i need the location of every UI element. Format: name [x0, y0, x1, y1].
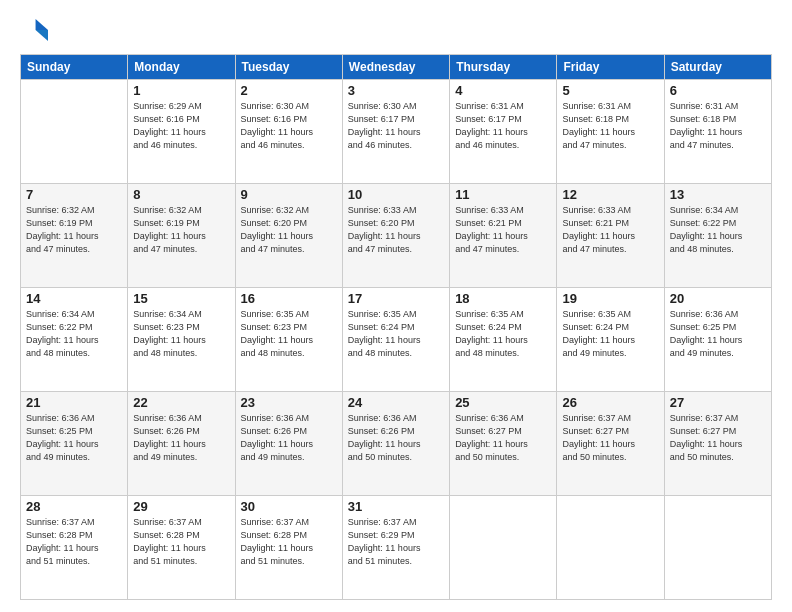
day-info: Sunrise: 6:35 AMSunset: 6:23 PMDaylight:… — [241, 308, 337, 360]
day-cell: 8Sunrise: 6:32 AMSunset: 6:19 PMDaylight… — [128, 184, 235, 288]
day-cell: 4Sunrise: 6:31 AMSunset: 6:17 PMDaylight… — [450, 80, 557, 184]
day-cell: 17Sunrise: 6:35 AMSunset: 6:24 PMDayligh… — [342, 288, 449, 392]
day-number: 25 — [455, 395, 551, 410]
day-info: Sunrise: 6:32 AMSunset: 6:19 PMDaylight:… — [26, 204, 122, 256]
day-cell: 21Sunrise: 6:36 AMSunset: 6:25 PMDayligh… — [21, 392, 128, 496]
day-number: 3 — [348, 83, 444, 98]
day-cell: 29Sunrise: 6:37 AMSunset: 6:28 PMDayligh… — [128, 496, 235, 600]
day-number: 12 — [562, 187, 658, 202]
day-number: 11 — [455, 187, 551, 202]
day-number: 31 — [348, 499, 444, 514]
weekday-header-row: SundayMondayTuesdayWednesdayThursdayFrid… — [21, 55, 772, 80]
day-info: Sunrise: 6:34 AMSunset: 6:23 PMDaylight:… — [133, 308, 229, 360]
day-cell: 20Sunrise: 6:36 AMSunset: 6:25 PMDayligh… — [664, 288, 771, 392]
day-info: Sunrise: 6:37 AMSunset: 6:29 PMDaylight:… — [348, 516, 444, 568]
weekday-header-saturday: Saturday — [664, 55, 771, 80]
weekday-header-monday: Monday — [128, 55, 235, 80]
day-info: Sunrise: 6:30 AMSunset: 6:17 PMDaylight:… — [348, 100, 444, 152]
day-cell: 19Sunrise: 6:35 AMSunset: 6:24 PMDayligh… — [557, 288, 664, 392]
svg-marker-0 — [36, 19, 48, 30]
day-cell: 13Sunrise: 6:34 AMSunset: 6:22 PMDayligh… — [664, 184, 771, 288]
day-cell: 7Sunrise: 6:32 AMSunset: 6:19 PMDaylight… — [21, 184, 128, 288]
weekday-header-wednesday: Wednesday — [342, 55, 449, 80]
day-info: Sunrise: 6:36 AMSunset: 6:25 PMDaylight:… — [26, 412, 122, 464]
day-number: 15 — [133, 291, 229, 306]
day-cell: 2Sunrise: 6:30 AMSunset: 6:16 PMDaylight… — [235, 80, 342, 184]
header — [20, 16, 772, 44]
day-info: Sunrise: 6:37 AMSunset: 6:28 PMDaylight:… — [241, 516, 337, 568]
day-info: Sunrise: 6:36 AMSunset: 6:25 PMDaylight:… — [670, 308, 766, 360]
week-row-0: 1Sunrise: 6:29 AMSunset: 6:16 PMDaylight… — [21, 80, 772, 184]
logo-icon — [20, 16, 48, 44]
day-cell: 16Sunrise: 6:35 AMSunset: 6:23 PMDayligh… — [235, 288, 342, 392]
day-info: Sunrise: 6:35 AMSunset: 6:24 PMDaylight:… — [455, 308, 551, 360]
weekday-header-friday: Friday — [557, 55, 664, 80]
day-cell: 6Sunrise: 6:31 AMSunset: 6:18 PMDaylight… — [664, 80, 771, 184]
day-cell: 11Sunrise: 6:33 AMSunset: 6:21 PMDayligh… — [450, 184, 557, 288]
calendar: SundayMondayTuesdayWednesdayThursdayFrid… — [20, 54, 772, 600]
day-number: 17 — [348, 291, 444, 306]
day-cell: 18Sunrise: 6:35 AMSunset: 6:24 PMDayligh… — [450, 288, 557, 392]
day-cell: 24Sunrise: 6:36 AMSunset: 6:26 PMDayligh… — [342, 392, 449, 496]
day-cell: 10Sunrise: 6:33 AMSunset: 6:20 PMDayligh… — [342, 184, 449, 288]
day-number: 26 — [562, 395, 658, 410]
day-info: Sunrise: 6:34 AMSunset: 6:22 PMDaylight:… — [670, 204, 766, 256]
day-number: 19 — [562, 291, 658, 306]
day-info: Sunrise: 6:37 AMSunset: 6:27 PMDaylight:… — [670, 412, 766, 464]
day-number: 18 — [455, 291, 551, 306]
day-info: Sunrise: 6:33 AMSunset: 6:21 PMDaylight:… — [455, 204, 551, 256]
day-cell: 5Sunrise: 6:31 AMSunset: 6:18 PMDaylight… — [557, 80, 664, 184]
day-cell: 23Sunrise: 6:36 AMSunset: 6:26 PMDayligh… — [235, 392, 342, 496]
day-cell: 25Sunrise: 6:36 AMSunset: 6:27 PMDayligh… — [450, 392, 557, 496]
day-cell: 28Sunrise: 6:37 AMSunset: 6:28 PMDayligh… — [21, 496, 128, 600]
day-info: Sunrise: 6:31 AMSunset: 6:18 PMDaylight:… — [562, 100, 658, 152]
day-number: 22 — [133, 395, 229, 410]
day-cell — [557, 496, 664, 600]
day-info: Sunrise: 6:36 AMSunset: 6:26 PMDaylight:… — [348, 412, 444, 464]
day-info: Sunrise: 6:33 AMSunset: 6:20 PMDaylight:… — [348, 204, 444, 256]
day-info: Sunrise: 6:34 AMSunset: 6:22 PMDaylight:… — [26, 308, 122, 360]
day-cell — [450, 496, 557, 600]
day-number: 5 — [562, 83, 658, 98]
day-number: 4 — [455, 83, 551, 98]
day-info: Sunrise: 6:35 AMSunset: 6:24 PMDaylight:… — [348, 308, 444, 360]
day-cell: 30Sunrise: 6:37 AMSunset: 6:28 PMDayligh… — [235, 496, 342, 600]
day-info: Sunrise: 6:37 AMSunset: 6:28 PMDaylight:… — [26, 516, 122, 568]
day-cell: 15Sunrise: 6:34 AMSunset: 6:23 PMDayligh… — [128, 288, 235, 392]
day-number: 29 — [133, 499, 229, 514]
day-number: 30 — [241, 499, 337, 514]
day-number: 13 — [670, 187, 766, 202]
day-cell: 1Sunrise: 6:29 AMSunset: 6:16 PMDaylight… — [128, 80, 235, 184]
week-row-2: 14Sunrise: 6:34 AMSunset: 6:22 PMDayligh… — [21, 288, 772, 392]
day-number: 21 — [26, 395, 122, 410]
day-info: Sunrise: 6:31 AMSunset: 6:18 PMDaylight:… — [670, 100, 766, 152]
day-cell — [664, 496, 771, 600]
week-row-4: 28Sunrise: 6:37 AMSunset: 6:28 PMDayligh… — [21, 496, 772, 600]
day-info: Sunrise: 6:37 AMSunset: 6:28 PMDaylight:… — [133, 516, 229, 568]
day-cell: 27Sunrise: 6:37 AMSunset: 6:27 PMDayligh… — [664, 392, 771, 496]
logo — [20, 16, 52, 44]
day-number: 24 — [348, 395, 444, 410]
day-info: Sunrise: 6:35 AMSunset: 6:24 PMDaylight:… — [562, 308, 658, 360]
day-number: 23 — [241, 395, 337, 410]
day-cell: 22Sunrise: 6:36 AMSunset: 6:26 PMDayligh… — [128, 392, 235, 496]
day-cell: 9Sunrise: 6:32 AMSunset: 6:20 PMDaylight… — [235, 184, 342, 288]
day-cell: 31Sunrise: 6:37 AMSunset: 6:29 PMDayligh… — [342, 496, 449, 600]
day-info: Sunrise: 6:36 AMSunset: 6:26 PMDaylight:… — [241, 412, 337, 464]
day-number: 8 — [133, 187, 229, 202]
day-number: 9 — [241, 187, 337, 202]
day-info: Sunrise: 6:33 AMSunset: 6:21 PMDaylight:… — [562, 204, 658, 256]
week-row-1: 7Sunrise: 6:32 AMSunset: 6:19 PMDaylight… — [21, 184, 772, 288]
weekday-header-tuesday: Tuesday — [235, 55, 342, 80]
day-info: Sunrise: 6:36 AMSunset: 6:26 PMDaylight:… — [133, 412, 229, 464]
day-number: 28 — [26, 499, 122, 514]
svg-marker-1 — [36, 30, 48, 41]
day-info: Sunrise: 6:32 AMSunset: 6:19 PMDaylight:… — [133, 204, 229, 256]
day-number: 10 — [348, 187, 444, 202]
day-cell — [21, 80, 128, 184]
day-info: Sunrise: 6:30 AMSunset: 6:16 PMDaylight:… — [241, 100, 337, 152]
weekday-header-sunday: Sunday — [21, 55, 128, 80]
day-number: 14 — [26, 291, 122, 306]
day-cell: 26Sunrise: 6:37 AMSunset: 6:27 PMDayligh… — [557, 392, 664, 496]
day-number: 7 — [26, 187, 122, 202]
